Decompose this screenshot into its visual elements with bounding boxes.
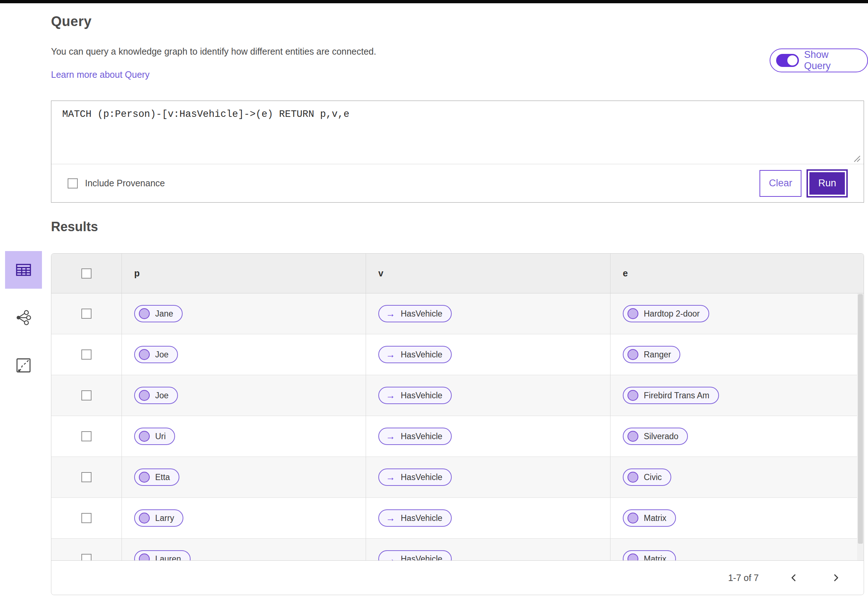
- arrow-right-icon: →: [386, 309, 395, 318]
- node-pill[interactable]: Matrix: [623, 550, 676, 561]
- cell-e: Firebird Trans Am: [611, 375, 864, 416]
- node-pill-label: Civic: [644, 472, 662, 482]
- row-select-cell: [51, 293, 122, 334]
- results-table-header: p v e: [51, 254, 864, 293]
- relationship-pill[interactable]: → HasVehicle: [378, 468, 452, 486]
- table-scrollbar[interactable]: [857, 293, 864, 561]
- results-table-body: Jane → HasVehicle Hardtop 2-door Joe: [51, 293, 864, 561]
- row-checkbox[interactable]: [81, 390, 91, 401]
- cell-p: Lauren: [122, 539, 366, 561]
- relationship-pill[interactable]: → HasVehicle: [378, 428, 452, 445]
- arrow-right-icon: →: [386, 350, 395, 359]
- cell-p: Larry: [122, 498, 366, 538]
- header-select-all-cell: [51, 254, 122, 293]
- cell-v: → HasVehicle: [366, 293, 611, 334]
- node-circle-icon: [627, 308, 638, 319]
- node-pill[interactable]: Etta: [134, 468, 179, 486]
- row-select-cell: [51, 334, 122, 375]
- row-checkbox[interactable]: [81, 554, 91, 561]
- node-circle-icon: [139, 308, 150, 319]
- relationship-pill[interactable]: → HasVehicle: [378, 509, 452, 527]
- node-pill[interactable]: Ranger: [623, 346, 680, 363]
- table-row: Joe → HasVehicle Ranger: [51, 334, 864, 375]
- graph-view-icon: [15, 309, 32, 326]
- node-pill[interactable]: Silverado: [623, 428, 688, 445]
- node-pill[interactable]: Lauren: [134, 550, 191, 561]
- cell-v: → HasVehicle: [366, 457, 611, 498]
- row-checkbox[interactable]: [81, 431, 91, 441]
- node-pill[interactable]: Firebird Trans Am: [623, 387, 719, 404]
- arrow-right-icon: →: [386, 513, 395, 523]
- relationship-pill-label: HasVehicle: [401, 309, 442, 319]
- clear-button[interactable]: Clear: [759, 170, 802, 197]
- rail-item-graph-view[interactable]: [5, 299, 42, 336]
- node-circle-icon: [627, 472, 638, 483]
- row-checkbox[interactable]: [81, 513, 91, 523]
- table-scrollbar-thumb[interactable]: [858, 294, 863, 544]
- page-range-label: 1-7 of 7: [728, 573, 759, 583]
- rail-item-map-view[interactable]: [5, 347, 42, 384]
- page-description: You can query a knowledge graph to ident…: [51, 46, 376, 57]
- include-provenance-label: Include Provenance: [85, 178, 165, 188]
- node-circle-icon: [627, 553, 638, 561]
- row-checkbox[interactable]: [81, 350, 91, 360]
- row-select-cell: [51, 416, 122, 456]
- relationship-pill[interactable]: → HasVehicle: [378, 346, 452, 363]
- rail-item-table-view[interactable]: [5, 251, 42, 289]
- relationship-pill[interactable]: → HasVehicle: [378, 305, 452, 322]
- node-pill-label: Joe: [155, 350, 169, 360]
- next-page-button[interactable]: [829, 571, 843, 585]
- relationship-pill-label: HasVehicle: [401, 350, 442, 360]
- node-circle-icon: [139, 513, 150, 523]
- chevron-left-icon: [789, 573, 799, 582]
- node-pill[interactable]: Matrix: [623, 509, 676, 527]
- node-pill-label: Uri: [155, 432, 166, 441]
- map-view-icon: [15, 357, 32, 374]
- table-row: Etta → HasVehicle Civic: [51, 457, 864, 498]
- node-pill[interactable]: Joe: [134, 387, 178, 404]
- include-provenance-checkbox[interactable]: [68, 178, 78, 188]
- relationship-pill-label: HasVehicle: [401, 391, 442, 401]
- arrow-right-icon: →: [386, 391, 395, 400]
- node-pill[interactable]: Hardtop 2-door: [623, 305, 709, 322]
- row-checkbox[interactable]: [81, 309, 91, 319]
- node-pill-label: Firebird Trans Am: [644, 391, 710, 401]
- results-view-rail: [5, 251, 42, 394]
- arrow-right-icon: →: [386, 432, 395, 441]
- cell-p: Uri: [122, 416, 366, 456]
- show-query-toggle[interactable]: Show Query: [769, 48, 868, 72]
- knowledge-graph-query-page: Query You can query a knowledge graph to…: [0, 0, 868, 598]
- relationship-pill-label: HasVehicle: [401, 513, 442, 523]
- relationship-pill[interactable]: → HasVehicle: [378, 550, 452, 561]
- cell-p: Joe: [122, 375, 366, 416]
- results-pagination: 1-7 of 7: [51, 561, 864, 595]
- node-circle-icon: [139, 431, 150, 442]
- node-pill[interactable]: Joe: [134, 346, 178, 363]
- show-query-toggle-label: Show Query: [804, 49, 857, 72]
- node-circle-icon: [139, 472, 150, 483]
- cell-e: Matrix: [611, 498, 864, 538]
- row-checkbox[interactable]: [81, 472, 91, 482]
- results-heading: Results: [51, 219, 98, 235]
- node-pill-label: Ranger: [644, 350, 671, 360]
- learn-more-link[interactable]: Learn more about Query: [51, 69, 149, 80]
- node-circle-icon: [139, 349, 150, 360]
- node-circle-icon: [139, 390, 150, 401]
- node-pill[interactable]: Larry: [134, 509, 183, 527]
- cell-e: Silverado: [611, 416, 864, 456]
- run-button[interactable]: Run: [808, 171, 846, 196]
- include-provenance-checkbox-group[interactable]: Include Provenance: [68, 178, 165, 188]
- query-input[interactable]: MATCH (p:Person)-[v:HasVehicle]->(e) RET…: [51, 101, 864, 164]
- node-pill[interactable]: Civic: [623, 468, 671, 486]
- table-row: Joe → HasVehicle Firebird Trans Am: [51, 375, 864, 416]
- select-all-checkbox[interactable]: [81, 268, 91, 278]
- node-circle-icon: [627, 431, 638, 442]
- toggle-switch-icon[interactable]: [776, 54, 799, 67]
- relationship-pill[interactable]: → HasVehicle: [378, 387, 452, 404]
- node-pill[interactable]: Jane: [134, 305, 183, 322]
- cell-e: Hardtop 2-door: [611, 293, 864, 334]
- window-top-edge: [0, 0, 868, 3]
- node-pill[interactable]: Uri: [134, 428, 175, 445]
- cell-e: Matrix: [611, 539, 864, 561]
- previous-page-button[interactable]: [787, 571, 801, 585]
